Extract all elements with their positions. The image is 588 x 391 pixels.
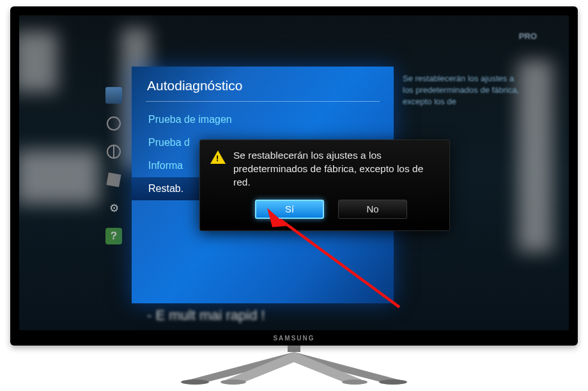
picture-icon[interactable] [105,87,122,104]
dialog-message: Se restablecerán los ajustes a los prede… [233,149,439,189]
menu-divider [146,101,380,102]
svg-point-4 [379,379,407,385]
network-icon[interactable] [105,143,122,160]
bg-smudge [19,31,58,92]
warning-icon [210,150,226,164]
sidebar-icon-bar: ⚙ ? [105,87,127,244]
menu-item-picture-test[interactable]: Prueba de imagen [132,108,394,131]
dialog-buttons: Sí No [210,200,439,219]
help-text: Se restablecerán los ajustes a los prede… [403,73,524,108]
pro-logo: PRO [519,31,537,41]
tv-screen: PRO ⚙ ? Autodiagnóstico Prueba de imagen… [19,15,569,330]
background-subtitle: - E mult mai rapid ! [147,307,265,324]
svg-point-3 [181,379,209,385]
tv-brand-logo: SAMSUNG [10,335,578,342]
help-icon[interactable]: ? [105,228,122,244]
yes-button[interactable]: Sí [255,200,324,219]
menu-title: Autodiagnóstico [132,67,394,101]
dialog-body: Se restablecerán los ajustes a los prede… [210,149,439,189]
svg-point-5 [220,379,246,385]
bg-smudge [19,150,99,204]
sound-icon[interactable] [105,115,122,132]
no-button[interactable]: No [338,200,407,219]
gear-icon[interactable]: ⚙ [105,200,122,216]
svg-point-6 [342,379,368,385]
tv-stand [0,346,588,385]
tv-frame: PRO ⚙ ? Autodiagnóstico Prueba de imagen… [10,6,578,346]
confirm-dialog: Se restablecerán los ajustes a los prede… [199,140,450,231]
system-icon[interactable] [105,172,122,188]
